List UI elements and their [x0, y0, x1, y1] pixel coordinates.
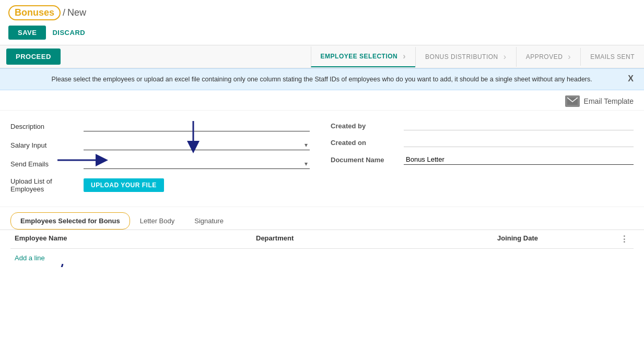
tabs-row: Employees Selected for Bonus Letter Body… [0, 207, 644, 230]
send-emails-wrapper: ▾ [84, 159, 310, 169]
tab-employees-selected[interactable]: Employees Selected for Bonus [10, 212, 130, 230]
breadcrumb-bonuses[interactable]: Bonuses [8, 5, 61, 20]
step-approved[interactable]: APPROVED › [516, 47, 581, 67]
created-by-value [404, 121, 634, 130]
steps-list: EMPLOYEE SELECTION › BONUS DISTRIBUTION … [311, 45, 644, 68]
created-on-row: Created on [331, 138, 634, 147]
tab-signature[interactable]: Signature [184, 212, 233, 230]
step-employee-selection[interactable]: EMPLOYEE SELECTION › [311, 46, 416, 67]
info-banner-close[interactable]: X [628, 74, 634, 83]
column-header-employee: Employee Name [10, 234, 252, 244]
email-icon [565, 95, 580, 107]
table-area: Employee Name Department Joining Date ⋮ … [0, 230, 644, 267]
info-banner-text: Please select the employees or upload an… [21, 74, 623, 84]
step-arrow-1: › [403, 52, 406, 61]
upload-label: Upload List of Employees [10, 177, 84, 193]
form-right: Created by Created on Document Name [331, 121, 634, 201]
created-by-row: Created by [331, 121, 634, 130]
breadcrumb-current: New [67, 7, 86, 18]
email-template-row: Email Template [0, 90, 644, 111]
send-emails-label: Send Emails [10, 160, 84, 168]
document-name-label: Document Name [331, 156, 404, 164]
column-header-department: Department [252, 234, 493, 244]
salary-input-label: Salary Input [10, 141, 84, 149]
tab-letter-body[interactable]: Letter Body [130, 212, 185, 230]
info-banner: Please select the employees or upload an… [0, 68, 644, 90]
add-line-button[interactable]: Add a line [10, 249, 634, 267]
email-template-button[interactable]: Email Template [565, 95, 634, 107]
description-row: Description [10, 121, 310, 131]
send-emails-select[interactable] [84, 159, 310, 169]
step-emails-sent[interactable]: EMAILS SENT [580, 48, 644, 66]
table-header: Employee Name Department Joining Date ⋮ [10, 230, 634, 249]
save-button[interactable]: SAVE [8, 26, 46, 40]
column-header-actions: ⋮ [618, 234, 634, 244]
discard-button[interactable]: DISCARD [52, 29, 85, 37]
proceed-button[interactable]: PROCEED [6, 49, 61, 65]
step-arrow-2: › [504, 52, 507, 62]
column-header-joining: Joining Date [493, 234, 618, 244]
step-arrow-3: › [568, 52, 571, 62]
document-name-input[interactable] [404, 154, 634, 165]
upload-row: Upload List of Employees UPLOAD YOUR FIL… [10, 177, 310, 193]
upload-button[interactable]: UPLOAD YOUR FILE [84, 178, 164, 192]
send-emails-row: Send Emails ▾ [10, 159, 310, 169]
email-template-label: Email Template [584, 97, 634, 105]
created-on-label: Created on [331, 139, 404, 147]
salary-input-select[interactable] [84, 140, 310, 150]
description-input[interactable] [84, 121, 310, 131]
created-by-label: Created by [331, 122, 404, 130]
description-label: Description [10, 123, 84, 130]
form-left: Description Salary Input ▾ Send Emails [10, 121, 310, 201]
created-on-value [404, 138, 634, 147]
document-name-row: Document Name [331, 154, 634, 165]
breadcrumb-separator: / [63, 7, 65, 18]
step-bonus-distribution[interactable]: BONUS DISTRIBUTION › [415, 47, 516, 67]
salary-input-wrapper: ▾ [84, 140, 310, 150]
salary-input-row: Salary Input ▾ [10, 140, 310, 150]
